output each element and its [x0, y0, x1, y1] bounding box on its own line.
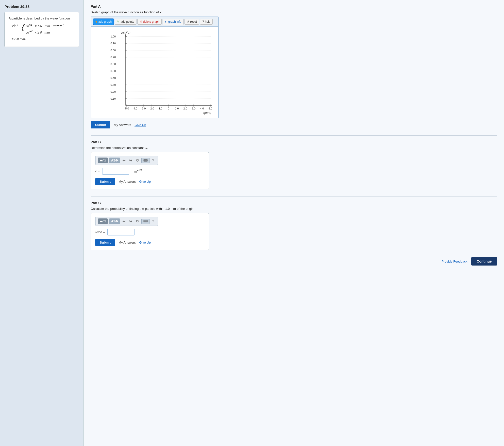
- psi-label: ψ(x) =: [12, 23, 20, 28]
- part-b-keyboard-btn[interactable]: ⌨: [141, 158, 149, 163]
- where-label: where L: [53, 23, 64, 28]
- part-a-my-answers: My Answers: [114, 123, 131, 127]
- divider-ab: [91, 135, 497, 136]
- sidebar: Problem 39.38 A particle is described by…: [0, 0, 84, 446]
- part-c-math-btn[interactable]: ■√□: [98, 218, 108, 224]
- part-b-give-up[interactable]: Give Up: [139, 180, 151, 183]
- svg-text:0: 0: [168, 107, 169, 110]
- case1: cex/L x < 0 mm: [26, 23, 50, 29]
- help-icon: ?: [202, 20, 204, 23]
- part-b-title: Part B: [91, 140, 497, 144]
- graph-container: + add graph ✎ add points ✕ delete graph …: [91, 17, 219, 118]
- part-c-section: Part C Calculate the probability of find…: [91, 201, 497, 250]
- svg-text:-1.0: -1.0: [158, 107, 162, 110]
- info-icon: i: [165, 20, 166, 24]
- svg-text:5.0: 5.0: [208, 107, 212, 110]
- y-tick-100: 1.00: [111, 35, 116, 38]
- problem-description: A particle is described by the wave func…: [9, 16, 75, 21]
- graph-info-label: i graph info: [167, 20, 181, 23]
- part-a-section: Part A Sketch graph of the wave function…: [91, 4, 497, 128]
- add-points-button[interactable]: ✎ add points: [115, 19, 136, 25]
- y-axis-label: ψ(x)(c): [121, 31, 130, 34]
- delete-graph-button[interactable]: ✕ delete graph: [137, 19, 162, 25]
- l-value: = 2.0 mm.: [12, 36, 75, 42]
- svg-text:0.90: 0.90: [111, 42, 116, 45]
- part-c-help-btn[interactable]: ?: [151, 219, 155, 224]
- psi-cases: cex/L x < 0 mm ce-x/L x ≥ 0 mm: [26, 23, 50, 35]
- x-icon: ✕: [140, 20, 142, 23]
- part-b-help-btn[interactable]: ?: [151, 158, 155, 163]
- part-c-keyboard-btn[interactable]: ⌨: [141, 219, 149, 224]
- graph-toolbar: + add graph ✎ add points ✕ delete graph …: [91, 17, 218, 27]
- part-b-unit: mm−1/2: [132, 169, 142, 173]
- part-b-answer-label: c =: [95, 169, 100, 173]
- part-a-title: Part A: [91, 4, 497, 8]
- part-b-submit-row: Submit My Answers Give Up: [95, 178, 204, 185]
- case2: ce-x/L x ≥ 0 mm: [26, 29, 50, 35]
- reset-button[interactable]: ↺ reset: [184, 19, 199, 25]
- problem-title: Problem 39.38: [4, 4, 79, 9]
- svg-marker-53: [125, 34, 126, 37]
- part-c-my-answers: My Answers: [119, 241, 136, 244]
- brace: {: [22, 23, 24, 32]
- part-c-submit-button[interactable]: Submit: [95, 239, 115, 246]
- part-b-toolbar: ■√□ ΑΣΦ ↩ ↪ ↺ ⌨ ?: [95, 156, 158, 165]
- page-footer: Provide Feedback Continue: [91, 257, 497, 266]
- part-b-answer-input[interactable]: [102, 168, 129, 175]
- part-b-reset-btn[interactable]: ↺: [135, 157, 140, 163]
- graph-info-button[interactable]: i i graph info: [162, 19, 183, 25]
- svg-text:0.80: 0.80: [111, 49, 116, 52]
- part-a-give-up[interactable]: Give Up: [134, 123, 146, 127]
- part-b-answer-row: c = mm−1/2: [95, 168, 204, 175]
- part-c-submit-row: Submit My Answers Give Up: [95, 239, 204, 246]
- svg-text:4.0: 4.0: [200, 107, 204, 110]
- psi-equation: ψ(x) = { cex/L x < 0 mm ce-x/L x ≥ 0 mm …: [12, 23, 75, 42]
- part-a-submit-row: Submit My Answers Give Up: [91, 121, 497, 128]
- graph-area: ψ(x)(c) 1.00 0.90: [91, 27, 218, 118]
- help-button[interactable]: ? help: [200, 19, 213, 25]
- continue-button[interactable]: Continue: [471, 257, 497, 266]
- part-a-submit-button[interactable]: Submit: [91, 121, 110, 128]
- part-c-answer-label: Prob =: [95, 230, 105, 234]
- svg-text:2.0: 2.0: [183, 107, 187, 110]
- part-c-symbol-btn[interactable]: ΑΣΦ: [109, 218, 120, 224]
- part-c-title: Part C: [91, 201, 497, 205]
- svg-text:3.0: 3.0: [192, 107, 195, 110]
- svg-text:-3.0: -3.0: [141, 107, 146, 110]
- part-c-give-up[interactable]: Give Up: [139, 241, 151, 244]
- help-label: help: [205, 20, 211, 23]
- part-a-desc: Sketch graph of the wave function as fun…: [91, 10, 497, 14]
- provide-feedback-link[interactable]: Provide Feedback: [442, 260, 468, 263]
- divider-bc: [91, 196, 497, 196]
- part-b-redo-btn[interactable]: ↪: [128, 157, 133, 163]
- svg-text:0.20: 0.20: [111, 90, 116, 93]
- part-c-reset-btn[interactable]: ↺: [135, 218, 140, 224]
- part-b-math-btn[interactable]: ■√□: [98, 157, 108, 163]
- part-b-my-answers: My Answers: [119, 180, 136, 183]
- part-b-submit-button[interactable]: Submit: [95, 178, 115, 185]
- svg-text:0.10: 0.10: [111, 97, 116, 100]
- part-c-answer-row: Prob =: [95, 229, 204, 235]
- svg-text:-4.0: -4.0: [133, 107, 137, 110]
- part-c-answer-box: ■√□ ΑΣΦ ↩ ↪ ↺ ⌨ ? Prob = Submit My Answe…: [91, 213, 209, 250]
- add-graph-label: add graph: [98, 20, 112, 23]
- svg-text:0.70: 0.70: [111, 56, 116, 59]
- part-b-undo-btn[interactable]: ↩: [122, 157, 126, 163]
- plus-icon: +: [95, 20, 97, 24]
- add-points-label: add points: [121, 20, 134, 23]
- part-c-redo-btn[interactable]: ↪: [128, 218, 133, 224]
- add-graph-button[interactable]: + add graph: [93, 19, 114, 25]
- svg-text:0.30: 0.30: [111, 83, 116, 86]
- part-c-undo-btn[interactable]: ↩: [122, 218, 126, 224]
- svg-text:0.60: 0.60: [111, 63, 116, 66]
- reset-label: reset: [190, 20, 197, 23]
- part-b-desc: Determine the normalization constant C.: [91, 146, 497, 150]
- main-content: Part A Sketch graph of the wave function…: [84, 0, 504, 446]
- svg-text:-2.0: -2.0: [149, 107, 154, 110]
- svg-text:1.0: 1.0: [175, 107, 179, 110]
- reset-icon: ↺: [187, 20, 189, 23]
- part-b-symbol-btn[interactable]: ΑΣΦ: [109, 157, 120, 163]
- x-axis-label: x(mm): [202, 111, 211, 115]
- part-c-answer-input[interactable]: [108, 229, 134, 235]
- svg-text:0.50: 0.50: [111, 70, 116, 73]
